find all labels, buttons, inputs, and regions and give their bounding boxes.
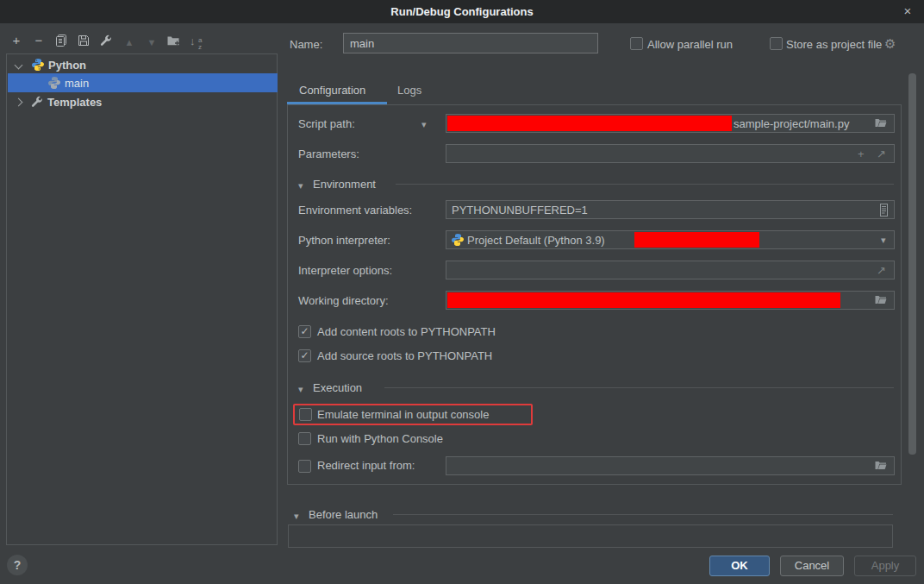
environment-collapse-icon[interactable]: ▾ <box>298 180 303 192</box>
remove-configuration-button[interactable]: − <box>31 33 47 48</box>
execution-section-title[interactable]: Execution <box>313 381 362 394</box>
tree-item-label: Python <box>48 59 86 72</box>
name-label: Name: <box>290 38 322 51</box>
add-source-roots-checkbox[interactable]: ✓ <box>298 349 311 362</box>
title-bar: Run/Debug Configurations <box>0 0 924 23</box>
new-folder-icon[interactable] <box>165 33 181 48</box>
env-variables-value: PYTHONUNBUFFERED=1 <box>452 204 588 217</box>
execution-collapse-icon[interactable]: ▾ <box>298 384 303 395</box>
tree-item-main-selected[interactable]: main <box>8 73 278 92</box>
emulate-terminal-label[interactable]: Emulate terminal in output console <box>317 408 489 421</box>
ok-button[interactable]: OK <box>709 556 770 576</box>
section-divider <box>393 514 893 515</box>
tab-logs[interactable]: Logs <box>397 84 421 97</box>
redacted-working-directory <box>447 292 840 308</box>
name-input[interactable] <box>343 33 598 53</box>
help-button[interactable]: ? <box>7 555 28 575</box>
python-logo-icon <box>451 233 465 247</box>
tree-item-python[interactable]: Python <box>8 55 278 74</box>
sort-alphabetically-icon[interactable]: ↓ a z <box>189 33 204 48</box>
cancel-button[interactable]: Cancel <box>780 556 844 576</box>
chevron-down-icon[interactable] <box>15 60 23 69</box>
env-variables-label: Environment variables: <box>298 204 412 217</box>
insert-macro-plus-icon[interactable]: + <box>858 148 865 160</box>
interpreter-value: Project Default (Python 3.9) <box>467 234 605 247</box>
add-content-roots-label[interactable]: Add content roots to PYTHONPATH <box>317 325 496 338</box>
add-source-roots-label[interactable]: Add source roots to PYTHONPATH <box>317 349 492 362</box>
script-path-value: sample-project/main.py <box>734 117 849 130</box>
script-path-field[interactable]: sample-project/main.py <box>446 114 895 133</box>
move-down-icon: ▼ <box>144 35 159 50</box>
interpreter-label: Python interpreter: <box>298 234 390 247</box>
script-path-label: Script path: <box>298 117 355 130</box>
chevron-right-icon[interactable] <box>15 97 23 106</box>
redacted-interpreter-path <box>634 232 759 248</box>
dialog-title: Run/Debug Configurations <box>390 5 533 18</box>
copy-configuration-icon[interactable] <box>53 33 69 48</box>
move-up-icon: ▲ <box>122 35 137 50</box>
working-directory-label: Working directory: <box>298 294 389 307</box>
environment-section-title[interactable]: Environment <box>313 178 376 191</box>
folder-open-icon[interactable] <box>875 461 887 471</box>
folder-open-icon[interactable] <box>875 118 887 129</box>
store-as-project-file-label[interactable]: Store as project file <box>786 38 882 51</box>
interpreter-options-label: Interpreter options: <box>298 264 392 277</box>
python-logo-icon <box>31 58 45 72</box>
run-with-console-checkbox[interactable] <box>298 432 311 445</box>
run-debug-configurations-dialog: Run/Debug Configurations × + − ▲ ▼ ↓ a z… <box>0 0 924 584</box>
clipboard-icon[interactable] <box>879 204 889 217</box>
interpreter-options-field[interactable]: ↗ <box>446 261 895 279</box>
redirect-input-checkbox[interactable] <box>298 460 311 473</box>
tree-item-templates[interactable]: Templates <box>8 92 278 111</box>
section-divider <box>396 184 894 185</box>
redacted-script-path <box>447 116 732 131</box>
tab-configuration[interactable]: Configuration <box>299 84 365 97</box>
redirect-input-field[interactable] <box>446 456 895 475</box>
add-content-roots-checkbox[interactable]: ✓ <box>298 325 311 338</box>
working-directory-field[interactable] <box>446 291 895 310</box>
interpreter-dropdown-icon[interactable]: ▾ <box>881 235 886 246</box>
script-path-dropdown-icon[interactable]: ▾ <box>421 119 427 130</box>
python-logo-icon-dim <box>47 76 61 90</box>
gear-icon[interactable]: ⚙ <box>884 36 896 52</box>
env-variables-field[interactable]: PYTHONUNBUFFERED=1 <box>446 200 895 219</box>
expand-field-icon[interactable]: ↗ <box>877 264 886 277</box>
section-divider <box>384 387 894 388</box>
parameters-field[interactable]: + ↗ <box>446 144 895 163</box>
wrench-icon <box>30 95 44 109</box>
allow-parallel-run-checkbox[interactable] <box>630 37 643 50</box>
interpreter-combobox[interactable]: Project Default (Python 3.9) ▾ <box>446 230 895 249</box>
allow-parallel-run-label[interactable]: Allow parallel run <box>647 38 733 51</box>
add-configuration-button[interactable]: + <box>9 33 24 48</box>
redirect-input-label[interactable]: Redirect input from: <box>317 459 415 472</box>
emulate-terminal-checkbox[interactable] <box>299 408 312 421</box>
configurations-tree: Python main Templates <box>6 53 278 545</box>
tree-item-label: main <box>65 77 89 90</box>
store-as-project-file-checkbox[interactable] <box>770 37 783 50</box>
save-configuration-icon[interactable] <box>76 33 91 48</box>
expand-field-icon[interactable]: ↗ <box>877 148 886 160</box>
edit-templates-wrench-icon[interactable] <box>98 33 114 48</box>
vertical-scrollbar[interactable] <box>908 73 916 455</box>
close-icon[interactable]: × <box>900 3 915 19</box>
before-launch-collapse-icon[interactable]: ▾ <box>294 511 299 522</box>
run-with-console-label[interactable]: Run with Python Console <box>317 432 443 445</box>
before-launch-task-list[interactable] <box>288 524 893 548</box>
before-launch-section-title[interactable]: Before launch <box>309 508 378 521</box>
folder-open-icon[interactable] <box>875 295 887 305</box>
tree-item-label: Templates <box>47 96 102 109</box>
parameters-label: Parameters: <box>298 148 359 160</box>
apply-button[interactable]: Apply <box>854 556 916 576</box>
